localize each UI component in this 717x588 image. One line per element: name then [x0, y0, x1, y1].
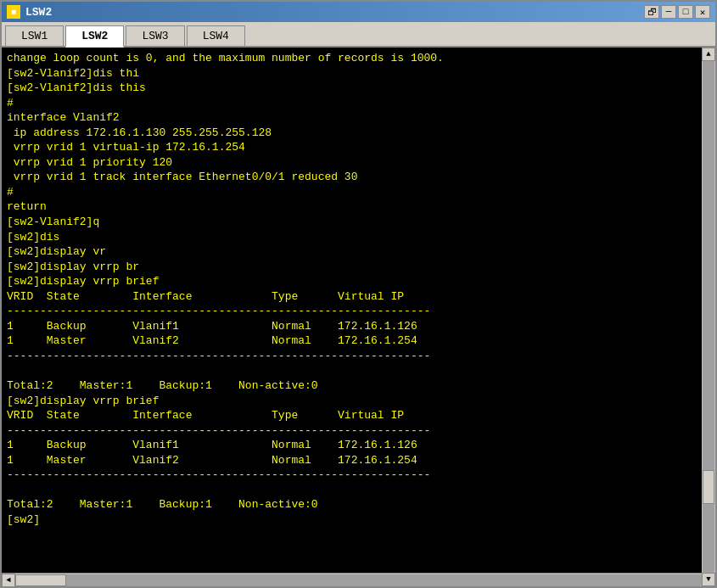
- terminal-area[interactable]: change loop count is 0, and the maximum …: [2, 48, 715, 573]
- tab-lsw3[interactable]: LSW3: [126, 25, 184, 46]
- tab-bar: LSW1 LSW2 LSW3 LSW4: [2, 22, 715, 48]
- scroll-track-vertical[interactable]: [703, 61, 714, 573]
- tab-lsw1[interactable]: LSW1: [5, 25, 64, 46]
- title-bar: ■ LSW2 🗗 ─ □ ✕: [2, 2, 715, 22]
- terminal-wrapper: change loop count is 0, and the maximum …: [2, 48, 715, 586]
- window-icon: ■: [7, 5, 20, 19]
- restore-button[interactable]: 🗗: [644, 5, 659, 19]
- tab-lsw4[interactable]: LSW4: [187, 25, 245, 46]
- window-title: LSW2: [25, 6, 52, 19]
- scroll-left-button[interactable]: ◄: [2, 574, 15, 587]
- minimize-button[interactable]: ─: [661, 5, 676, 19]
- scroll-thumb-horizontal[interactable]: [15, 574, 66, 586]
- maximize-button[interactable]: □: [678, 5, 693, 19]
- close-button[interactable]: ✕: [695, 5, 710, 19]
- scrollbar-horizontal: ◄ ►: [2, 573, 715, 586]
- scroll-thumb-vertical[interactable]: [703, 470, 714, 504]
- scroll-up-button[interactable]: ▲: [702, 48, 715, 61]
- tab-lsw2[interactable]: LSW2: [65, 25, 124, 48]
- terminal-content: change loop count is 0, and the maximum …: [7, 51, 710, 569]
- main-window: ■ LSW2 🗗 ─ □ ✕ LSW1 LSW2 LSW3 LSW4 chang…: [0, 0, 717, 588]
- title-bar-left: ■ LSW2: [7, 5, 52, 19]
- scrollbar-vertical: ▲ ▼: [702, 48, 715, 573]
- scroll-track-horizontal[interactable]: [15, 574, 702, 586]
- terminal-inner: change loop count is 0, and the maximum …: [2, 48, 715, 573]
- title-controls: 🗗 ─ □ ✕: [644, 5, 710, 19]
